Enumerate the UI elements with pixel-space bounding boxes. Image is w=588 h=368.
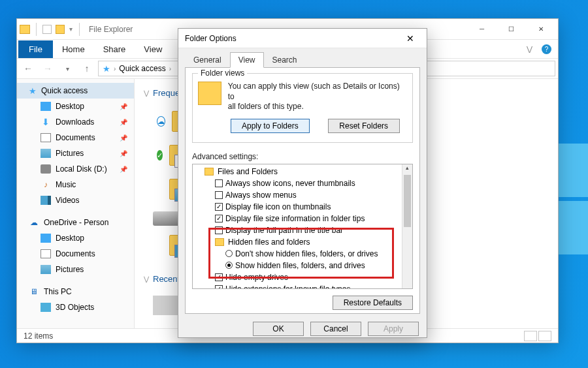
pin-icon: 📌 bbox=[120, 166, 127, 173]
folder-views-text: You can apply this view (such as Details… bbox=[228, 82, 407, 112]
opt-file-size-tips[interactable]: Display file size information in folder … bbox=[195, 213, 410, 224]
pc-icon: 🖥 bbox=[29, 287, 39, 296]
opt-file-icon-thumbnails[interactable]: Display file icon on thumbnails bbox=[195, 201, 410, 213]
nav-onedrive[interactable]: ☁OneDrive - Person bbox=[17, 215, 134, 230]
nav-3d-objects[interactable]: 3D Objects bbox=[17, 299, 134, 315]
qat-new-folder-icon[interactable] bbox=[56, 25, 65, 34]
close-button[interactable]: ✕ bbox=[526, 20, 555, 38]
apply-button[interactable]: Apply bbox=[368, 322, 419, 336]
nav-od-documents[interactable]: Documents bbox=[17, 246, 134, 262]
nav-downloads[interactable]: ⬇Downloads📌 bbox=[17, 114, 134, 130]
apply-to-folders-button[interactable]: Apply to Folders bbox=[231, 119, 310, 133]
reset-folders-button[interactable]: Reset Folders bbox=[328, 119, 400, 133]
advanced-settings-tree[interactable]: Files and Folders Always show icons, nev… bbox=[192, 164, 413, 289]
nav-this-pc[interactable]: 🖥This PC bbox=[17, 284, 134, 299]
ribbon-share-tab[interactable]: Share bbox=[94, 40, 135, 58]
opt-full-path-titlebar[interactable]: Display the full path in the title bar bbox=[195, 224, 410, 236]
checkbox-icon[interactable] bbox=[215, 285, 223, 289]
download-icon: ⬇ bbox=[41, 117, 51, 127]
tree-group-files-folders: Files and Folders bbox=[195, 166, 410, 177]
nav-od-desktop[interactable]: Desktop bbox=[17, 230, 134, 246]
nav-recent-button[interactable]: ▾ bbox=[59, 60, 76, 77]
cloud-icon: ☁ bbox=[29, 218, 39, 227]
cancel-button[interactable]: Cancel bbox=[310, 322, 361, 336]
view-details-button[interactable] bbox=[524, 331, 537, 341]
checkbox-icon[interactable] bbox=[215, 215, 223, 222]
picture-icon bbox=[41, 149, 51, 158]
minimize-button[interactable]: ─ bbox=[467, 20, 497, 38]
video-icon bbox=[41, 196, 51, 205]
nav-music[interactable]: ♪Music bbox=[17, 177, 134, 192]
folder-icon bbox=[215, 238, 224, 246]
desktop-windows-logo bbox=[559, 144, 588, 254]
scrollbar[interactable]: ▴ bbox=[402, 164, 412, 288]
nav-up-button[interactable]: ↑ bbox=[78, 60, 95, 77]
pin-icon: 📌 bbox=[120, 150, 127, 157]
qat-overflow-icon[interactable]: ▾ bbox=[69, 25, 73, 33]
nav-forward-button[interactable]: → bbox=[39, 60, 56, 77]
folder-views-legend: Folder views bbox=[198, 69, 247, 78]
nav-desktop[interactable]: Desktop📌 bbox=[17, 99, 134, 114]
radio-icon[interactable] bbox=[225, 250, 233, 257]
ribbon-collapse-icon[interactable]: ⋁ bbox=[527, 45, 532, 54]
ribbon-view-tab[interactable]: View bbox=[135, 40, 171, 58]
document-icon bbox=[41, 249, 51, 258]
folder-icon bbox=[204, 168, 214, 176]
opt-hide-empty-drives[interactable]: Hide empty drives bbox=[195, 271, 410, 283]
nav-od-pictures[interactable]: Pictures bbox=[17, 262, 134, 277]
tab-search[interactable]: Search bbox=[264, 52, 306, 68]
nav-local-disk[interactable]: Local Disk (D:)📌 bbox=[17, 161, 134, 177]
opt-show-hidden[interactable]: Show hidden files, folders, and drives bbox=[195, 260, 410, 271]
dialog-body: Folder views You can apply this view (su… bbox=[185, 67, 420, 314]
scroll-thumb[interactable] bbox=[404, 175, 411, 227]
nav-documents[interactable]: Documents📌 bbox=[17, 130, 134, 146]
checkbox-icon[interactable] bbox=[215, 191, 223, 199]
checkbox-icon[interactable] bbox=[215, 273, 223, 281]
opt-hide-extensions[interactable]: Hide extensions for known file types bbox=[195, 283, 410, 289]
nav-videos[interactable]: Videos bbox=[17, 192, 134, 208]
status-item-count: 12 items bbox=[24, 331, 53, 341]
opt-always-icons[interactable]: Always show icons, never thumbnails bbox=[195, 177, 410, 189]
tab-general[interactable]: General bbox=[185, 52, 230, 68]
ok-button[interactable]: OK bbox=[253, 322, 304, 336]
folder-views-group: Folder views You can apply this view (su… bbox=[192, 73, 413, 143]
qat-properties-icon[interactable] bbox=[42, 25, 52, 34]
scroll-up-button[interactable]: ▴ bbox=[402, 164, 412, 175]
quick-access-star-icon: ★ bbox=[103, 64, 110, 74]
ribbon-file-tab[interactable]: File bbox=[18, 40, 53, 58]
checkbox-icon[interactable] bbox=[215, 203, 223, 211]
dialog-tabstrip: General View Search bbox=[178, 48, 427, 68]
disk-icon bbox=[41, 164, 51, 174]
radio-icon[interactable] bbox=[225, 262, 233, 269]
maximize-button[interactable]: ☐ bbox=[497, 20, 526, 38]
checkbox-icon[interactable] bbox=[215, 179, 223, 187]
view-large-button[interactable] bbox=[538, 331, 551, 341]
opt-always-menus[interactable]: Always show menus bbox=[195, 189, 410, 201]
checkbox-icon[interactable] bbox=[215, 226, 223, 234]
recent-file-item[interactable] bbox=[153, 296, 180, 315]
chevron-down-icon: ⋁ bbox=[144, 89, 149, 97]
nav-back-button[interactable]: ← bbox=[20, 60, 37, 77]
restore-defaults-button[interactable]: Restore Defaults bbox=[333, 296, 413, 310]
help-icon[interactable]: ? bbox=[542, 44, 551, 54]
desktop-icon bbox=[41, 102, 51, 111]
breadcrumb-item[interactable]: Quick access bbox=[119, 64, 165, 73]
advanced-settings-label: Advanced settings: bbox=[192, 152, 413, 161]
synced-icon: ✓ bbox=[157, 150, 163, 161]
pin-icon: 📌 bbox=[120, 119, 127, 126]
pin-icon: 📌 bbox=[120, 103, 127, 110]
folder-icon bbox=[20, 25, 30, 34]
dialog-title: Folder Options bbox=[185, 34, 237, 43]
picture-icon bbox=[41, 265, 51, 274]
nav-quick-access[interactable]: ★ Quick access bbox=[17, 83, 134, 99]
folder-views-icon bbox=[198, 82, 221, 105]
star-icon: ★ bbox=[29, 86, 37, 96]
dialog-buttons: OK Cancel Apply bbox=[178, 319, 427, 343]
nav-pictures[interactable]: Pictures📌 bbox=[17, 146, 134, 161]
chevron-down-icon: ⋁ bbox=[144, 275, 149, 283]
ribbon-home-tab[interactable]: Home bbox=[53, 40, 94, 58]
opt-dont-show-hidden[interactable]: Don't show hidden files, folders, or dri… bbox=[195, 248, 410, 260]
document-icon bbox=[41, 133, 51, 142]
tab-view[interactable]: View bbox=[230, 52, 264, 68]
dialog-close-button[interactable]: ✕ bbox=[400, 33, 420, 44]
